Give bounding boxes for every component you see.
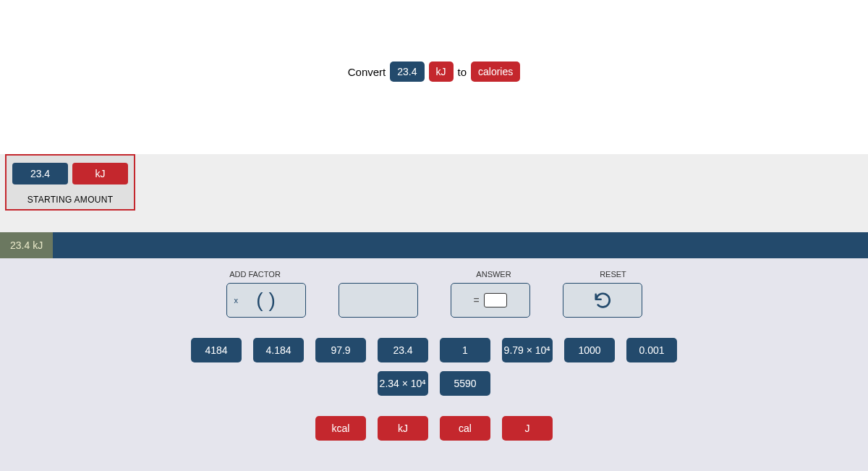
numbers-row-2: 2.34 × 10⁴ 5590 [0, 371, 868, 396]
number-tile[interactable]: 5590 [440, 371, 490, 396]
number-tile[interactable]: 23.4 [378, 338, 428, 362]
starting-unit-chip[interactable]: kJ [72, 163, 128, 184]
reset-button[interactable] [563, 283, 642, 318]
add-factor-label: ADD FACTOR [212, 270, 299, 279]
prompt-to: to [458, 66, 467, 78]
unit-tile[interactable]: J [502, 416, 553, 441]
multiply-icon: x [234, 296, 239, 305]
number-tile[interactable]: 0.001 [626, 338, 677, 362]
prompt-value-chip: 23.4 [390, 61, 424, 82]
controls-panel: ADD FACTOR ANSWER RESET x ( ) = 4184 4.1… [0, 258, 868, 471]
box-labels-row: ADD FACTOR ANSWER RESET [0, 270, 868, 279]
answer-slot [484, 293, 507, 307]
number-tile[interactable]: 9.79 × 10⁴ [502, 338, 553, 362]
number-tile[interactable]: 4184 [191, 338, 242, 362]
undo-icon [592, 290, 613, 310]
answer-button[interactable]: = [451, 283, 530, 318]
reset-label: RESET [570, 270, 657, 279]
equals-icon: = [473, 294, 479, 306]
conversion-prompt: Convert 23.4 kJ to calories [348, 61, 521, 82]
unit-tile[interactable]: kcal [315, 416, 366, 441]
answer-label: ANSWER [451, 270, 537, 279]
blank-box[interactable] [339, 283, 418, 318]
prompt-section: Convert 23.4 kJ to calories [0, 0, 868, 154]
work-area: 23.4 kJ STARTING AMOUNT [0, 154, 868, 232]
number-tile[interactable]: 1 [440, 338, 490, 362]
number-tile[interactable]: 2.34 × 10⁴ [378, 371, 428, 396]
prompt-prefix: Convert [348, 66, 386, 78]
number-tile[interactable]: 4.184 [253, 338, 304, 362]
parens-icon: ( ) [256, 289, 275, 312]
result-value: 23.4 kJ [0, 232, 53, 258]
starting-label: STARTING AMOUNT [12, 195, 128, 205]
result-bar: 23.4 kJ [0, 232, 868, 258]
add-factor-button[interactable]: x ( ) [226, 283, 306, 318]
prompt-unit-chip: kJ [429, 61, 454, 82]
starting-value-chip[interactable]: 23.4 [12, 163, 68, 184]
starting-amount-box: 23.4 kJ STARTING AMOUNT [5, 154, 135, 211]
unit-tile[interactable]: kJ [378, 416, 428, 441]
action-boxes-row: x ( ) = [0, 283, 868, 318]
number-tile[interactable]: 97.9 [315, 338, 366, 362]
number-tile[interactable]: 1000 [564, 338, 615, 362]
numbers-row-1: 4184 4.184 97.9 23.4 1 9.79 × 10⁴ 1000 0… [0, 338, 868, 362]
units-row: kcal kJ cal J [0, 416, 868, 441]
prompt-target-chip: calories [471, 61, 520, 82]
unit-tile[interactable]: cal [440, 416, 490, 441]
